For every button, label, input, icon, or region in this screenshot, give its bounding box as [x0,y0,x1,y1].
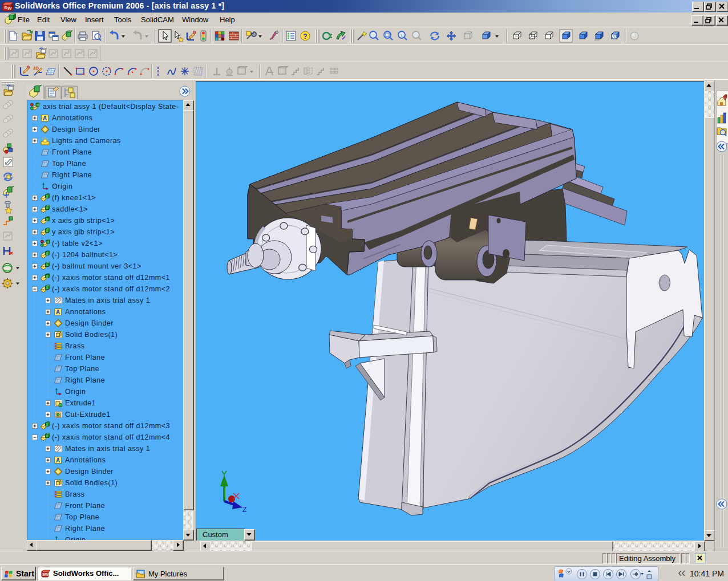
svg-text:Right Plane: Right Plane [52,171,92,179]
svg-text:Right Plane: Right Plane [65,525,105,533]
svg-text:(-) ballnut mount ver 3<1>: (-) ballnut mount ver 3<1> [52,262,141,270]
svg-text:(-) xaxis motor stand off d12m: (-) xaxis motor stand off d12mm<4 [52,433,170,441]
svg-text:Design Binder: Design Binder [65,468,114,476]
svg-text:(-) xaxis motor stand off d12m: (-) xaxis motor stand off d12mm<3 [52,422,170,430]
svg-text:Front Plane: Front Plane [65,354,105,361]
svg-text:Mates in axis trial assy 1: Mates in axis trial assy 1 [65,296,150,304]
svg-text:axis trial assy 1 (Default<Di: axis trial assy 1 (Default<Display State… [43,103,179,111]
svg-text:Z: Z [242,506,246,514]
svg-text:(f) knee1<1>: (f) knee1<1> [52,194,96,202]
svg-text:(-) 1204 ballnut<1>: (-) 1204 ballnut<1> [52,251,118,259]
svg-text:Front Plane: Front Plane [52,148,92,156]
svg-text:Right Plane: Right Plane [65,376,105,384]
svg-text:Brass: Brass [65,490,84,498]
svg-text:Front Plane: Front Plane [65,502,105,510]
svg-text:x axis gib strip<1>: x axis gib strip<1> [52,217,115,225]
svg-text:(-) xaxis motor stand off d12m: (-) xaxis motor stand off d12mm<2 [52,285,170,293]
svg-text:Annotations: Annotations [65,456,106,464]
svg-text:W: W [7,6,12,11]
svg-text:Top Plane: Top Plane [65,365,99,373]
svg-text:Origin: Origin [52,182,72,190]
svg-text:I: I [401,33,402,38]
svg-text:Annotations: Annotations [52,114,93,122]
svg-text:Top Plane: Top Plane [52,160,86,168]
svg-text:Lights and Cameras: Lights and Cameras [52,137,121,145]
svg-text:(-) table v2<1>: (-) table v2<1> [52,239,103,247]
svg-text:Annotations: Annotations [65,308,106,316]
svg-text:Design Binder: Design Binder [65,319,114,327]
svg-text:Brass: Brass [65,342,84,350]
svg-text:Mates in axis trial assy 1: Mates in axis trial assy 1 [65,445,150,453]
svg-text:Cut-Extrude1: Cut-Extrude1 [65,411,111,419]
svg-text:saddle<1>: saddle<1> [52,205,88,213]
svg-text:Origin: Origin [65,388,86,396]
svg-text:Solid Bodies(1): Solid Bodies(1) [65,331,118,339]
svg-text:3D: 3D [33,66,39,71]
svg-text:SW: SW [42,572,49,576]
svg-text:Solid Bodies(1): Solid Bodies(1) [65,479,118,487]
svg-text:(-) xaxis motor stand off d12m: (-) xaxis motor stand off d12mm<1 [52,274,170,282]
svg-text:Design Binder: Design Binder [52,125,100,133]
svg-text:y axis gib strip<1>: y axis gib strip<1> [52,228,115,236]
svg-text:?: ? [303,32,307,40]
svg-text:Extrude1: Extrude1 [65,399,96,407]
svg-text:Top Plane: Top Plane [65,513,99,521]
svg-text:Origin: Origin [65,536,86,540]
